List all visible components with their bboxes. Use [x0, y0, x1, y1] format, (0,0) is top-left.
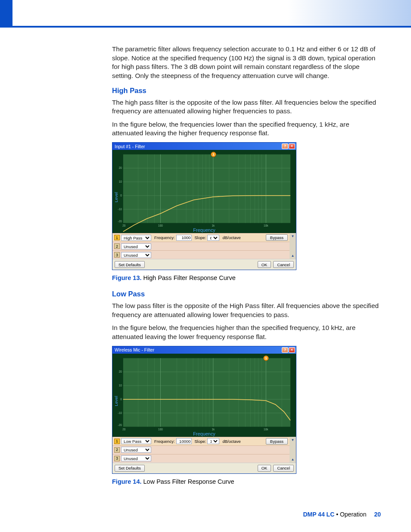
svg-text:1k: 1k — [212, 427, 215, 430]
intro-paragraph: The parametric filter allows frequency s… — [112, 45, 381, 81]
row-number[interactable]: 1 — [114, 235, 120, 240]
slope-select[interactable]: 6 — [207, 235, 219, 241]
ok-button[interactable]: OK — [258, 261, 271, 268]
filter-type-select[interactable]: Low Pass — [121, 438, 151, 444]
row-number[interactable]: 2 — [114, 243, 120, 249]
close-icon[interactable]: × — [289, 143, 295, 149]
svg-text:10k: 10k — [264, 224, 268, 227]
frequency-label: Frequency: — [154, 439, 175, 444]
close-icon[interactable]: × — [289, 347, 295, 353]
slope-unit: dB/octave — [222, 439, 240, 444]
scroll-up-icon[interactable]: ▲ — [290, 252, 296, 259]
dialog-title: Wireless Mic - Filter — [115, 347, 154, 352]
set-defaults-button[interactable]: Set Defaults — [115, 465, 145, 472]
svg-text:0: 0 — [120, 398, 122, 401]
filter-row-1: 1 High Pass Frequency: Slope: 6 dB/octav… — [112, 233, 290, 242]
filter-row-2: 2 Unused — [112, 445, 290, 454]
frequency-label: Frequency: — [154, 235, 175, 240]
y-axis-label: Level — [114, 396, 118, 406]
highpass-heading: High Pass — [112, 87, 381, 95]
row-number[interactable]: 1 — [114, 439, 120, 444]
lowpass-para2: In the figure below, the frequencies hig… — [112, 324, 381, 341]
highpass-dialog: Input #1 - Filter ? × 1 201 — [112, 142, 296, 270]
cancel-button[interactable]: Cancel — [273, 465, 294, 472]
dialog-buttonbar: Set Defaults OK Cancel — [112, 463, 296, 473]
dialog-titlebar[interactable]: Wireless Mic - Filter ? × — [112, 346, 296, 354]
svg-text:-10: -10 — [118, 411, 122, 414]
highpass-para2: In the figure below, the frequencies low… — [112, 120, 381, 138]
filter-row-2: 2 Unused — [112, 242, 290, 250]
filter-type-select[interactable]: Unused — [121, 252, 151, 258]
set-defaults-button[interactable]: Set Defaults — [115, 261, 145, 268]
svg-text:100: 100 — [158, 224, 163, 227]
dialog-title: Input #1 - Filter — [115, 144, 145, 149]
slope-label: Slope: — [195, 439, 206, 444]
svg-text:20: 20 — [119, 166, 122, 169]
highpass-plot[interactable]: 1 20100-10-20 201001k10k — [112, 150, 296, 233]
svg-text:10: 10 — [119, 180, 122, 183]
help-icon[interactable]: ? — [282, 347, 288, 353]
x-axis-label: Frequency — [193, 431, 215, 436]
frequency-input[interactable] — [176, 438, 192, 444]
svg-text:20: 20 — [122, 224, 126, 227]
freq-marker[interactable]: 1 — [263, 355, 269, 361]
filter-row-1: 1 Low Pass Frequency: Slope: 12 dB/octav… — [112, 437, 290, 445]
filter-row-3: 3 Unused — [112, 454, 290, 463]
svg-rect-37 — [123, 358, 290, 426]
row-number[interactable]: 3 — [114, 456, 120, 461]
svg-text:-20: -20 — [118, 220, 122, 223]
figure-13-caption: Figure 13. High Pass Filter Response Cur… — [112, 274, 381, 281]
y-axis-label: Level — [114, 192, 118, 202]
svg-text:0: 0 — [120, 194, 122, 197]
cancel-button[interactable]: Cancel — [273, 261, 294, 268]
page-footer: DMP 44 LC • Operation20 — [0, 507, 411, 531]
scroll-up-icon[interactable]: ▲ — [290, 456, 296, 463]
svg-rect-1 — [123, 155, 290, 223]
svg-text:10: 10 — [119, 384, 122, 387]
slope-label: Slope: — [195, 235, 206, 240]
ok-button[interactable]: OK — [258, 465, 271, 472]
svg-text:1k: 1k — [212, 224, 215, 227]
svg-text:100: 100 — [158, 427, 163, 430]
highpass-para1: The high pass filter is the opposite of … — [112, 98, 381, 116]
filter-row-3: 3 Unused — [112, 250, 290, 259]
filter-type-select[interactable]: Unused — [121, 455, 151, 461]
filter-type-select[interactable]: Unused — [121, 447, 151, 453]
dialog-titlebar[interactable]: Input #1 - Filter ? × — [112, 143, 296, 150]
svg-text:-20: -20 — [118, 423, 122, 426]
scroll-down-icon[interactable]: ▼ — [290, 233, 296, 240]
slope-select[interactable]: 12 — [207, 438, 219, 444]
row-number[interactable]: 2 — [114, 447, 120, 453]
slope-unit: dB/octave — [222, 235, 240, 240]
svg-text:-10: -10 — [118, 208, 122, 211]
figure-14-caption: Figure 14. Low Pass Filter Response Curv… — [112, 478, 381, 485]
frequency-input[interactable] — [176, 235, 192, 241]
header-bar — [0, 0, 411, 28]
lowpass-dialog: Wireless Mic - Filter ? × 1 — [112, 346, 296, 474]
help-icon[interactable]: ? — [282, 143, 288, 149]
svg-text:10k: 10k — [264, 427, 268, 430]
x-axis-label: Frequency — [193, 227, 215, 233]
lowpass-plot[interactable]: 1 20100-10-20 201001k10k — [112, 354, 296, 437]
bypass-button[interactable]: Bypass — [266, 234, 288, 241]
row-number[interactable]: 3 — [114, 252, 120, 258]
svg-text:20: 20 — [119, 370, 122, 373]
lowpass-heading: Low Pass — [112, 290, 381, 298]
scroll-down-icon[interactable]: ▼ — [290, 437, 296, 443]
svg-text:20: 20 — [122, 427, 126, 430]
bypass-button[interactable]: Bypass — [266, 438, 288, 445]
filter-type-select[interactable]: Unused — [121, 243, 151, 249]
dialog-buttonbar: Set Defaults OK Cancel — [112, 259, 296, 270]
filter-type-select[interactable]: High Pass — [121, 235, 151, 241]
lowpass-para1: The low pass filter is the opposite of t… — [112, 302, 381, 319]
